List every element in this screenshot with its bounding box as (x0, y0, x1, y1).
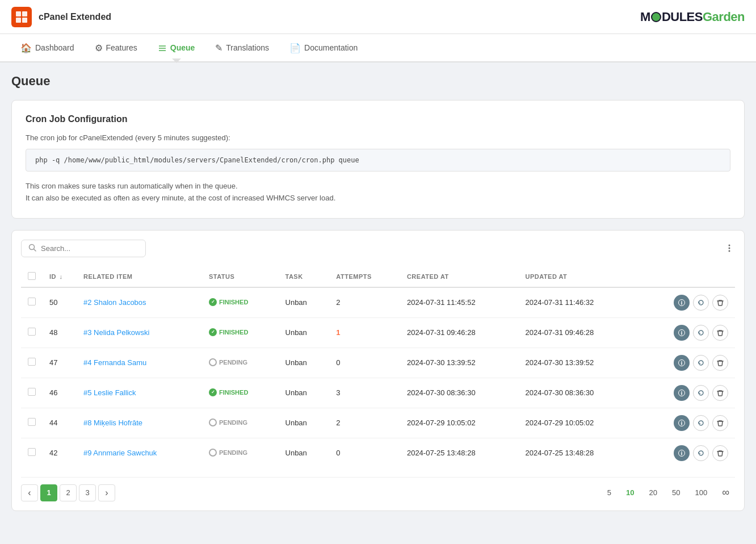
select-all-checkbox[interactable] (28, 272, 36, 280)
status-icon-pending (209, 449, 217, 457)
delete-button[interactable] (712, 325, 728, 341)
row-status: PENDING (202, 408, 279, 438)
row-related-item: #4 Fernanda Samu (77, 348, 202, 378)
info-button[interactable] (674, 385, 690, 401)
active-indicator (172, 58, 181, 63)
svg-rect-1 (22, 11, 27, 16)
delete-button[interactable] (712, 295, 728, 311)
page-3-button[interactable]: 3 (79, 484, 96, 501)
status-icon-finished (209, 298, 217, 306)
per-page-50[interactable]: 50 (666, 486, 686, 499)
cron-command[interactable]: php -q /home/www/public_html/modules/ser… (26, 149, 730, 171)
nav-documentation[interactable]: 📄 Documentation (280, 34, 367, 62)
delete-button[interactable] (712, 355, 728, 371)
action-buttons (644, 385, 728, 401)
related-item-link[interactable]: #8 Miķelis Hofrāte (83, 419, 142, 427)
retry-button[interactable] (693, 355, 709, 371)
svg-point-20 (681, 361, 682, 362)
retry-button[interactable] (693, 295, 709, 311)
prev-page-button[interactable]: ‹ (21, 484, 38, 501)
home-icon: 🏠 (20, 43, 32, 53)
row-id: 42 (43, 438, 77, 468)
doc-icon: 📄 (289, 43, 301, 53)
row-created-at: 2024-07-31 09:46:28 (400, 317, 519, 348)
row-checkbox[interactable] (28, 418, 36, 426)
info-button[interactable] (674, 295, 690, 311)
retry-button[interactable] (693, 325, 709, 341)
row-checkbox[interactable] (28, 328, 36, 336)
retry-button[interactable] (693, 385, 709, 401)
row-related-item: #3 Nelida Pelkowski (77, 317, 202, 348)
per-page-5[interactable]: 5 (602, 486, 617, 499)
related-item-link[interactable]: #5 Leslie Fallick (83, 388, 136, 397)
delete-button[interactable] (712, 415, 728, 431)
per-page-10[interactable]: 10 (620, 486, 640, 499)
status-icon-finished (209, 328, 217, 336)
next-page-button[interactable]: › (98, 484, 115, 501)
row-checkbox[interactable] (28, 448, 36, 456)
row-checkbox[interactable] (28, 388, 36, 396)
attempts-value: 1 (336, 328, 340, 337)
attempts-value: 2 (336, 298, 340, 307)
row-checkbox-cell (21, 438, 43, 468)
table-row: 50 #2 Shalon Jacobos FINISHED Unban 2 20… (21, 287, 735, 318)
row-updated-at: 2024-07-31 09:46:28 (518, 317, 637, 348)
row-checkbox-cell (21, 378, 43, 408)
row-task: Unban (279, 408, 330, 438)
related-item-link[interactable]: #4 Fernanda Samu (83, 358, 146, 367)
more-options-button[interactable] (724, 242, 735, 254)
search-icon (28, 244, 36, 253)
info-button[interactable] (674, 445, 690, 461)
svg-point-26 (681, 421, 682, 422)
nav-queue-label: Queue (170, 43, 195, 52)
row-checkbox[interactable] (28, 298, 36, 306)
info-button[interactable] (674, 415, 690, 431)
row-status: FINISHED (202, 287, 279, 318)
row-task: Unban (279, 317, 330, 348)
row-checkbox[interactable] (28, 358, 36, 366)
nav-queue[interactable]: Queue (149, 34, 204, 62)
row-updated-at: 2024-07-30 08:36:30 (518, 378, 637, 408)
row-actions (637, 287, 735, 318)
retry-button[interactable] (693, 445, 709, 461)
related-item-link[interactable]: #9 Annmarie Sawchuk (83, 449, 157, 457)
per-page-20[interactable]: 20 (644, 486, 663, 499)
search-input-wrap[interactable] (21, 240, 146, 257)
app-title: cPanel Extended (39, 12, 111, 22)
page-2-button[interactable]: 2 (60, 484, 77, 501)
info-button[interactable] (674, 355, 690, 371)
list-icon (158, 43, 167, 53)
row-related-item: #9 Annmarie Sawchuk (77, 438, 202, 468)
svg-line-8 (34, 249, 36, 251)
row-status: PENDING (202, 438, 279, 468)
queue-table-card: ID ↓ Related Item Status Task Attempts C… (11, 230, 745, 511)
nav-dashboard[interactable]: 🏠 Dashboard (11, 34, 83, 62)
row-created-at: 2024-07-30 13:39:52 (400, 348, 519, 378)
status-icon-pending (209, 419, 217, 426)
sort-arrow-icon: ↓ (60, 273, 63, 280)
header: cPanel Extended MDULESGarden (0, 0, 756, 34)
queue-table: ID ↓ Related Item Status Task Attempts C… (21, 266, 735, 468)
info-button[interactable] (674, 325, 690, 341)
row-actions (637, 438, 735, 468)
page-1-button[interactable]: 1 (40, 484, 57, 501)
row-updated-at: 2024-07-30 13:39:52 (518, 348, 637, 378)
per-page-infinite[interactable]: ∞ (716, 484, 735, 501)
row-actions (637, 348, 735, 378)
retry-button[interactable] (693, 415, 709, 431)
action-buttons (644, 325, 728, 341)
related-item-link[interactable]: #3 Nelida Pelkowski (83, 328, 149, 337)
delete-button[interactable] (712, 385, 728, 401)
related-item-link[interactable]: #2 Shalon Jacobos (83, 298, 146, 307)
action-buttons (644, 445, 728, 461)
search-input[interactable] (41, 244, 138, 253)
row-created-at: 2024-07-31 11:45:52 (400, 287, 519, 318)
svg-point-23 (681, 391, 682, 392)
nav-features[interactable]: ⚙ Features (86, 34, 146, 62)
per-page-100[interactable]: 100 (689, 486, 713, 499)
per-page-selector: 5 10 20 50 100 ∞ (602, 484, 735, 501)
row-created-at: 2024-07-29 10:05:02 (400, 408, 519, 438)
nav-translations[interactable]: ✎ Translations (206, 34, 278, 62)
delete-button[interactable] (712, 445, 728, 461)
header-id[interactable]: ID ↓ (43, 266, 77, 287)
